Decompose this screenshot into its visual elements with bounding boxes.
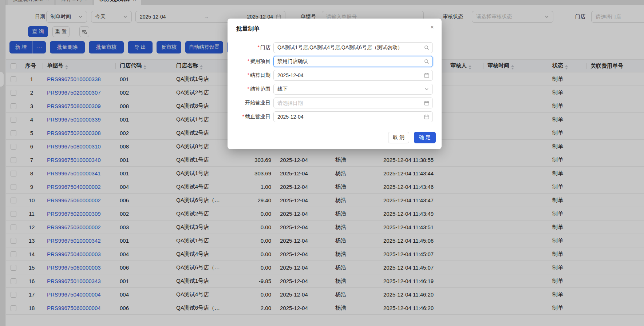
modal-field-row: 开始营业日	[228, 98, 442, 108]
modal-input[interactable]	[277, 45, 429, 51]
required-asterisk-icon: *	[248, 72, 249, 78]
modal-field-row: *结算日期	[228, 70, 442, 81]
modal-field-row: *费用项目	[228, 56, 442, 67]
chevron-down-icon	[424, 87, 429, 92]
modal-field-label: *结算日期	[228, 72, 270, 79]
modal-input[interactable]	[277, 72, 429, 78]
app-screen: 损益统计报表×库存查询×积分兑换结算× 日期 制单时间 今天 2025-12-0…	[0, 0, 644, 326]
required-asterisk-icon: *	[242, 114, 244, 119]
required-asterisk-icon: *	[258, 44, 260, 50]
search-icon	[424, 45, 429, 50]
modal-field-input[interactable]	[273, 84, 433, 95]
calendar-icon-wrap	[424, 100, 429, 106]
modal-field-input[interactable]	[273, 70, 433, 81]
confirm-button[interactable]: 确 定	[414, 132, 436, 143]
modal-field-row: *截止营业日	[228, 111, 442, 122]
batch-create-modal: 批量制单 × *门店*费用项目*结算日期*结算范围开始营业日*截止营业日 取 消…	[228, 19, 442, 149]
modal-field-row: *门店	[228, 42, 442, 53]
close-icon[interactable]: ×	[428, 24, 436, 31]
cancel-button[interactable]: 取 消	[388, 132, 409, 143]
modal-field-input[interactable]	[273, 42, 433, 53]
modal-footer: 取 消 确 定	[228, 132, 442, 143]
modal-input[interactable]	[277, 100, 429, 106]
modal-field-label: *结算范围	[228, 86, 270, 92]
modal-input[interactable]	[277, 59, 429, 64]
search-icon-wrap	[424, 45, 429, 50]
required-asterisk-icon: *	[248, 58, 249, 64]
modal-field-label: *截止营业日	[228, 114, 270, 120]
modal-field-input[interactable]	[273, 111, 433, 122]
calendar-icon	[424, 100, 429, 106]
modal-field-input[interactable]	[273, 98, 433, 108]
calendar-icon	[424, 114, 429, 119]
modal-field-row: *结算范围	[228, 84, 442, 95]
required-asterisk-icon: *	[248, 86, 249, 92]
modal-input[interactable]	[277, 114, 429, 120]
search-icon-wrap	[424, 59, 429, 64]
modal-field-input[interactable]	[273, 56, 433, 67]
calendar-icon-wrap	[424, 73, 429, 78]
modal-field-label: *费用项目	[228, 58, 270, 65]
modal-field-label: 开始营业日	[228, 100, 270, 106]
modal-title: 批量制单	[228, 25, 442, 33]
search-icon	[424, 59, 429, 64]
calendar-icon	[424, 73, 429, 78]
modal-input[interactable]	[277, 86, 429, 92]
chevron-icon-wrap	[424, 87, 429, 92]
calendar-icon-wrap	[424, 114, 429, 119]
modal-field-label: *门店	[228, 44, 270, 51]
